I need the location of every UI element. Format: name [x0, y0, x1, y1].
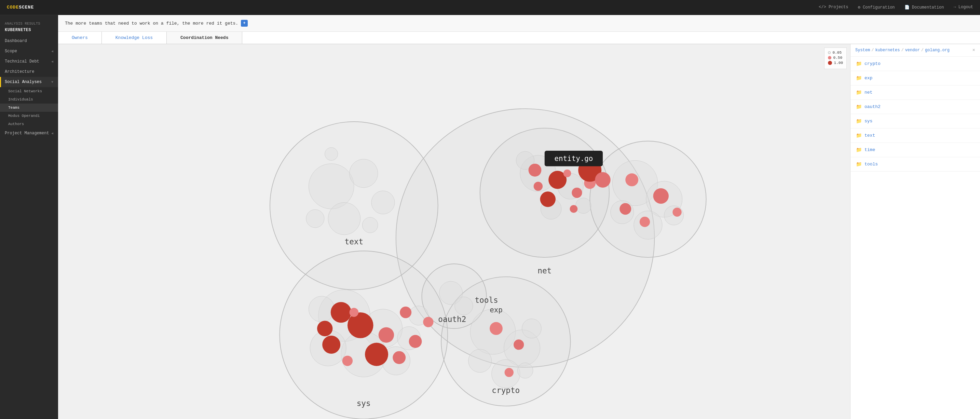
svg-point-44 — [322, 336, 340, 354]
svg-point-45 — [342, 356, 353, 366]
sidebar-item-modus-operandi[interactable]: Modus Operandi — [0, 112, 58, 120]
svg-point-22 — [563, 169, 571, 177]
breadcrumb-sep-3: / — [921, 48, 924, 53]
svg-point-69 — [673, 208, 681, 217]
folder-name: text — [864, 133, 875, 138]
sidebar-item-social-networks[interactable]: Social Networks — [0, 87, 58, 96]
social-analyses-arrow-icon: ▼ — [51, 80, 53, 84]
logout-link[interactable]: → Logout — [953, 5, 973, 10]
breadcrumb-close-button[interactable]: × — [972, 48, 975, 53]
sidebar-item-social-analyses[interactable]: Social Analyses ▼ — [0, 77, 58, 87]
bubble-chart[interactable]: entity.go — [58, 44, 850, 419]
scope-arrow-icon: ◀ — [51, 49, 53, 53]
breadcrumb-system[interactable]: System — [855, 48, 870, 53]
svg-point-41 — [379, 327, 394, 343]
legend-item-small: 0.05 — [828, 51, 843, 55]
sidebar: ANALYSIS RESULTS KUBERNETES Dashboard Sc… — [0, 15, 58, 419]
legend-dot-medium — [828, 56, 831, 59]
folder-icon: 📁 — [856, 75, 862, 81]
folder-item-exp[interactable]: 📁exp — [851, 71, 980, 86]
tab-owners[interactable]: Owners — [58, 32, 102, 44]
configuration-link[interactable]: ⚙ Configuration — [858, 5, 894, 10]
legend-item-large: 1.00 — [828, 61, 843, 65]
svg-point-47 — [317, 321, 332, 336]
svg-text:entity.go: entity.go — [555, 155, 593, 163]
folder-icon: 📁 — [856, 104, 862, 110]
folder-name: tools — [864, 162, 878, 167]
svg-point-26 — [570, 205, 578, 213]
folder-item-time[interactable]: 📁time — [851, 143, 980, 157]
folder-item-tools[interactable]: 📁tools — [851, 157, 980, 172]
logo-highlight: CODE — [7, 5, 19, 10]
tab-knowledge-loss[interactable]: Knowledge Loss — [102, 32, 167, 44]
svg-point-28 — [595, 172, 610, 187]
folder-name: exp — [864, 75, 872, 81]
content-area: The more teams that need to work on a fi… — [58, 15, 980, 419]
svg-point-55 — [522, 319, 542, 338]
folder-item-sys[interactable]: 📁sys — [851, 114, 980, 129]
content-header: The more teams that need to work on a fi… — [58, 15, 980, 32]
svg-point-11 — [306, 209, 324, 228]
folder-item-net[interactable]: 📁net — [851, 86, 980, 100]
svg-point-13 — [325, 148, 338, 161]
folder-name: time — [864, 147, 875, 153]
folder-name: net — [864, 90, 872, 95]
sidebar-item-architecture[interactable]: Architecture — [0, 67, 58, 77]
projects-link[interactable]: </> Projects — [819, 5, 848, 10]
folder-item-text[interactable]: 📁text — [851, 129, 980, 143]
sidebar-item-authors[interactable]: Authors — [0, 120, 58, 128]
sidebar-item-technical-debt[interactable]: Technical Debt ◀ — [0, 56, 58, 67]
folder-name: oauth2 — [864, 104, 881, 109]
svg-point-12 — [362, 217, 377, 233]
svg-point-59 — [505, 368, 514, 377]
svg-text:crypto: crypto — [492, 386, 520, 395]
svg-point-71 — [455, 297, 473, 315]
logout-icon: → — [953, 5, 958, 10]
folder-item-crypto[interactable]: 📁crypto — [851, 57, 980, 71]
folder-icon: 📁 — [856, 61, 862, 67]
svg-point-42 — [365, 343, 388, 366]
sidebar-item-teams[interactable]: Teams — [0, 104, 58, 112]
breadcrumb-kubernetes[interactable]: kubernetes — [875, 48, 900, 53]
folder-icon: 📁 — [856, 89, 862, 96]
folder-icon: 📁 — [856, 161, 862, 167]
folder-item-oauth2[interactable]: 📁oauth2 — [851, 100, 980, 114]
folder-name: sys — [864, 119, 872, 124]
svg-point-24 — [534, 182, 542, 191]
nav-links: </> Projects ⚙ Configuration 📄 Documenta… — [819, 5, 973, 10]
info-button[interactable]: + — [241, 20, 248, 27]
folder-icon: 📁 — [856, 132, 862, 139]
svg-text:exp: exp — [490, 306, 503, 314]
svg-point-8 — [350, 159, 378, 188]
svg-point-56 — [517, 363, 533, 378]
tab-coordination-needs[interactable]: Coordination Needs — [167, 32, 242, 44]
svg-point-19 — [528, 164, 542, 177]
svg-point-21 — [572, 188, 582, 198]
projects-icon: </> — [819, 5, 829, 10]
sidebar-item-dashboard[interactable]: Dashboard — [0, 36, 58, 46]
sidebar-item-individuals[interactable]: Individuals — [0, 96, 58, 104]
breadcrumb-sep-2: / — [901, 48, 904, 53]
folder-icon: 📁 — [856, 147, 862, 153]
svg-point-39 — [331, 302, 352, 323]
svg-point-64 — [664, 206, 684, 225]
svg-point-37 — [309, 296, 334, 322]
breadcrumb-vendor[interactable]: vendor — [905, 48, 920, 53]
visualization-area: entity.go — [58, 44, 980, 419]
sidebar-item-scope[interactable]: Scope ◀ — [0, 46, 58, 56]
svg-point-58 — [514, 339, 524, 350]
right-panel: System / kubernetes / vendor / golang.or… — [850, 44, 980, 419]
documentation-link[interactable]: 📄 Documentation — [905, 5, 944, 10]
sidebar-item-project-management[interactable]: Project Management ◀ — [0, 128, 58, 139]
svg-point-48 — [423, 317, 433, 327]
svg-point-67 — [640, 217, 650, 227]
breadcrumb-golang-org[interactable]: golang.org — [925, 48, 950, 53]
project-mgmt-arrow-icon: ◀ — [51, 131, 53, 135]
svg-point-46 — [409, 335, 422, 348]
folder-list: 📁crypto📁exp📁net📁oauth2📁sys📁text📁time📁too… — [851, 57, 980, 419]
svg-point-57 — [490, 322, 503, 335]
legend-dot-small — [828, 51, 830, 54]
svg-text:text: text — [345, 237, 364, 246]
svg-text:sys: sys — [357, 399, 371, 408]
svg-text:oauth2: oauth2 — [438, 315, 466, 323]
